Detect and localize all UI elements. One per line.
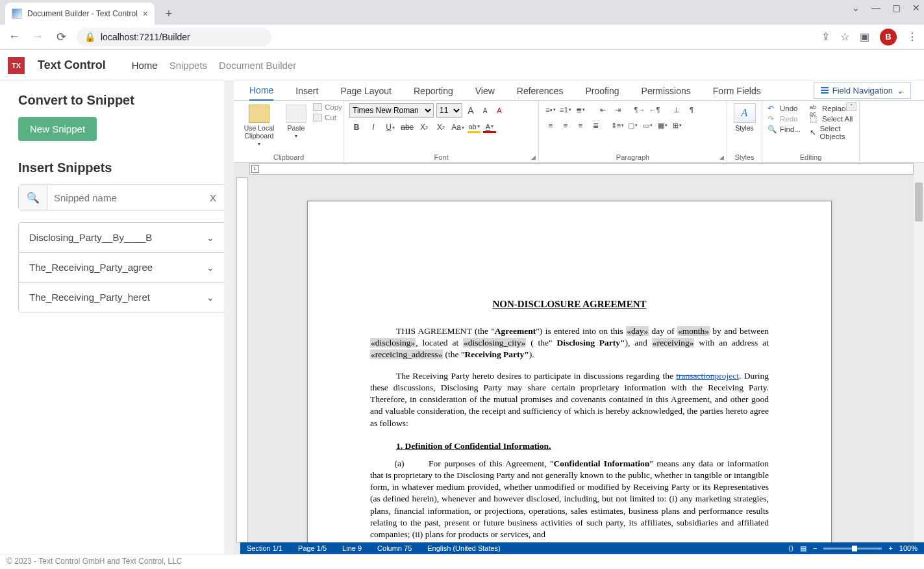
avatar[interactable]: B [880, 29, 897, 45]
justify-button[interactable]: ≣ [589, 119, 602, 132]
status-bar: Section 1/1 Page 1/5 Line 9 Column 75 En… [240, 542, 924, 554]
document-page[interactable]: NON-DISCLOSURE AGREEMENT THIS AGREEMENT … [307, 201, 832, 555]
nav-builder[interactable]: Document Builder [219, 60, 296, 71]
nav-home[interactable]: Home [132, 60, 158, 71]
snippet-search-input[interactable] [47, 192, 201, 203]
rtl-button[interactable]: ←¶ [648, 103, 661, 116]
control-chars-button[interactable]: ⊥ [670, 103, 683, 116]
underline-button[interactable]: U [383, 120, 397, 134]
search-icon[interactable]: 🔍 [19, 185, 47, 210]
tab-close-icon[interactable]: × [143, 8, 148, 19]
tab-page-layout[interactable]: Page Layout [340, 82, 392, 100]
align-center-button[interactable]: ≡ [559, 119, 572, 132]
tab-permissions[interactable]: Permissions [642, 82, 691, 100]
back-icon[interactable]: ← [6, 29, 22, 45]
collapse-ribbon-button[interactable]: ˄ [846, 102, 856, 111]
tab-reporting[interactable]: Reporting [414, 82, 453, 100]
bookmark-icon[interactable]: ☆ [840, 31, 849, 43]
borders-button[interactable]: ⊞ [671, 119, 684, 132]
tab-home[interactable]: Home [249, 81, 273, 101]
sidebar-scrollbar[interactable] [224, 81, 233, 555]
doc-paragraph: The Receiving Party hereto desires to pa… [370, 370, 769, 429]
tab-references[interactable]: References [517, 82, 564, 100]
font-color-button[interactable]: A [483, 121, 496, 133]
select-objects-button[interactable]: ↖Select Objects [810, 124, 856, 141]
find-button[interactable]: 🔍Find... [768, 124, 801, 134]
snippet-item[interactable]: The_Receiving_Party_heret ⌄ [19, 283, 225, 312]
forward-icon[interactable]: → [30, 29, 45, 45]
panel-icon[interactable]: ▣ [860, 31, 869, 43]
reload-icon[interactable]: ⟳ [53, 29, 69, 45]
bold-button[interactable]: B [349, 120, 364, 134]
horizontal-ruler[interactable]: L [249, 163, 914, 175]
text-case-button[interactable]: Aa [451, 120, 465, 134]
italic-button[interactable]: I [366, 120, 381, 134]
clear-search-button[interactable]: X [201, 192, 225, 203]
nav-snippets[interactable]: Snippets [169, 60, 207, 71]
pilcrow-button[interactable]: ¶ [685, 103, 698, 116]
frame-fill-button[interactable]: ▦ [656, 119, 669, 132]
snippet-item[interactable]: Disclosing_Party__By____B ⌄ [19, 223, 225, 253]
zoom-out-button[interactable]: − [813, 544, 817, 552]
track-changes-icon[interactable]: ⟨⟩ [788, 544, 793, 553]
zoom-slider[interactable] [823, 548, 882, 550]
zoom-in-button[interactable]: + [888, 544, 892, 552]
view-mode-icon[interactable]: ▤ [800, 544, 806, 553]
vertical-ruler[interactable] [236, 177, 248, 543]
undo-button[interactable]: ↶Undo [768, 103, 801, 114]
paste-button[interactable]: Paste ▾ [283, 103, 309, 148]
clear-format-button[interactable]: A [493, 104, 505, 117]
align-right-button[interactable]: ≡ [574, 119, 587, 132]
ltr-button[interactable]: ¶→ [633, 103, 646, 116]
browser-tab[interactable]: Document Builder - Text Control × [5, 3, 155, 25]
vertical-scrollbar[interactable] [914, 163, 924, 555]
zoom-label: 100% [899, 544, 918, 552]
zoom-thumb[interactable] [852, 546, 857, 551]
window-dropdown-icon[interactable]: ⌄ [852, 3, 860, 13]
align-left-button[interactable]: ≡ [544, 119, 557, 132]
field-navigation-button[interactable]: Field Navigation ⌄ [814, 82, 911, 99]
strikethrough-button[interactable]: abc [400, 120, 414, 134]
merge-field-disclosing: «disclosing» [370, 338, 416, 348]
decrease-indent-button[interactable]: ⇤ [596, 103, 609, 116]
maximize-icon[interactable]: ▢ [892, 3, 901, 13]
highlight-button[interactable]: ab [468, 121, 481, 133]
line-spacing-button[interactable]: ⇕≡ [611, 119, 624, 132]
use-local-clipboard-button[interactable]: Use Local Clipboard ▾ [239, 103, 279, 148]
scrollbar-thumb[interactable] [915, 183, 923, 221]
styles-button[interactable]: A [734, 103, 756, 123]
shrink-font-button[interactable]: A [479, 104, 491, 117]
app-logo-icon: TX [8, 57, 25, 74]
multilevel-button[interactable]: ≣ [574, 103, 587, 116]
bullets-button[interactable]: ≡• [544, 103, 557, 116]
redo-button[interactable]: ↷Redo [768, 114, 801, 124]
tab-proofing[interactable]: Proofing [585, 82, 619, 100]
document-area: L NON-DISCLOSURE AGREEMENT THIS AGREEMEN… [234, 163, 924, 555]
dialog-launcher-icon[interactable]: ◢ [719, 154, 724, 160]
frame-line-button[interactable]: ▭ [641, 119, 654, 132]
share-icon[interactable]: ⇪ [821, 31, 830, 43]
shading-button[interactable]: ▢ [626, 119, 639, 132]
dialog-launcher-icon[interactable]: ◢ [531, 154, 536, 160]
url-field[interactable]: 🔒 localhost:7211/Builder [77, 28, 271, 46]
tab-form-fields[interactable]: Form Fields [713, 82, 761, 100]
tab-view[interactable]: View [475, 82, 495, 100]
font-name-select[interactable]: Times New Roman [349, 103, 434, 118]
snippet-item[interactable]: The_Receiving_Party_agree ⌄ [19, 253, 225, 283]
cut-button[interactable]: Cut [313, 114, 342, 121]
numbering-button[interactable]: ≡1 [559, 103, 572, 116]
menu-icon[interactable]: ⋮ [907, 31, 918, 43]
copy-button[interactable]: Copy [313, 103, 342, 111]
tab-insert[interactable]: Insert [295, 82, 318, 100]
close-icon[interactable]: ✕ [912, 3, 920, 13]
increase-indent-button[interactable]: ⇥ [611, 103, 624, 116]
new-tab-button[interactable]: + [160, 5, 178, 23]
superscript-button[interactable]: X2 [434, 120, 448, 134]
grow-font-button[interactable]: A [465, 104, 477, 117]
status-language: English (United States) [427, 544, 501, 552]
new-snippet-button[interactable]: New Snippet [18, 117, 97, 141]
minimize-icon[interactable]: — [871, 3, 880, 13]
subscript-button[interactable]: X2 [417, 120, 431, 134]
font-size-select[interactable]: 11 [436, 103, 462, 118]
select-all-button[interactable]: ⬚Select All [810, 114, 856, 124]
